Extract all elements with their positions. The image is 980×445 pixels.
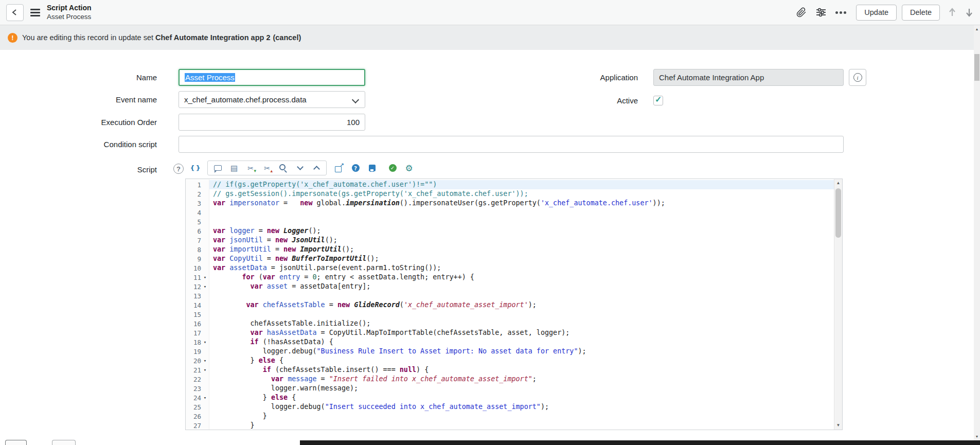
code-line[interactable]: } else { <box>209 356 834 365</box>
format-code-icon <box>189 163 201 173</box>
code-line[interactable]: logger.debug("Insert succeeded into x_ch… <box>209 402 834 412</box>
update-set-banner: You are editing this record in update se… <box>0 25 980 50</box>
personalize-form-icon[interactable] <box>816 8 826 17</box>
cancel-link[interactable]: (cancel) <box>273 33 301 42</box>
format-code-button[interactable] <box>187 162 203 174</box>
condition-script-label: Condition script <box>0 136 157 153</box>
code-line[interactable]: var hasAssetData = CopyUtil.MapToImportT… <box>209 328 834 337</box>
application-field-readonly: Chef Automate Integration App <box>653 69 844 86</box>
find-previous-button[interactable] <box>308 162 325 174</box>
toggle-comments-button[interactable] <box>209 162 226 174</box>
previous-record-icon[interactable] <box>948 7 957 17</box>
fold-toggle-icon[interactable]: ▾ <box>201 356 209 365</box>
script-label: Script <box>0 161 157 178</box>
fold-toggle-icon[interactable]: ▾ <box>201 365 209 375</box>
code-line[interactable]: } else { <box>209 393 834 402</box>
selected-text: Asset Process <box>185 73 235 82</box>
page-scroll-up-icon[interactable]: ▲ <box>974 26 980 32</box>
code-line[interactable]: var asset = assetData[entry]; <box>209 282 834 291</box>
page-scrollbar-thumb[interactable] <box>974 54 979 81</box>
code-line[interactable]: // if(gs.getProperty('x_chef_automate.ch… <box>209 180 834 189</box>
code-line[interactable]: } <box>209 421 834 430</box>
line-number: 17 <box>193 329 201 337</box>
code-line[interactable]: var CopyUtil = new BufferToImportUtil(); <box>209 254 834 263</box>
line-number-gutter: 1234567891011▾12▾131415161718▾1920▾21▾22… <box>186 179 209 430</box>
editor-scrollbar-thumb[interactable] <box>835 188 841 238</box>
bottom-dark-bar <box>300 440 980 445</box>
attachment-icon[interactable] <box>796 7 807 17</box>
search-button[interactable] <box>275 162 292 174</box>
editor-scroll-up-icon[interactable]: ▲ <box>834 180 842 187</box>
bottom-update-button[interactable] <box>5 440 27 445</box>
line-number: 6 <box>197 227 201 235</box>
bottom-delete-button[interactable] <box>52 440 76 445</box>
code-line[interactable]: var impersonator = new global.impersinat… <box>209 199 834 208</box>
page-scroll-down-icon[interactable]: ▼ <box>974 433 980 440</box>
documentation-button[interactable] <box>226 162 242 174</box>
code-line[interactable]: // gs.getSession().impersonate(gs.getPro… <box>209 189 834 199</box>
script-field-help-icon[interactable] <box>173 164 184 174</box>
update-button[interactable]: Update <box>856 5 897 21</box>
application-label: Application <box>481 69 638 86</box>
record-type-title: Script Action <box>47 3 92 12</box>
code-line[interactable]: var assetData = jsonUtil.parse(event.par… <box>209 263 834 273</box>
delete-button[interactable]: Delete <box>902 5 940 21</box>
code-line[interactable]: logger.debug("Business Rule Insert to As… <box>209 347 834 356</box>
code-line[interactable]: chefAssetsTable.initialize(); <box>209 319 834 328</box>
execution-order-input[interactable]: 100 <box>179 114 365 131</box>
active-checkbox[interactable] <box>653 96 663 105</box>
line-number: 27 <box>193 422 201 430</box>
line-number: 25 <box>193 403 201 411</box>
next-record-icon[interactable] <box>965 7 974 17</box>
more-options-icon[interactable] <box>835 11 846 14</box>
code-line[interactable]: var logger = new Logger(); <box>209 226 834 236</box>
script-toolbar <box>187 160 417 176</box>
event-name-label: Event name <box>0 91 157 108</box>
code-line[interactable] <box>209 208 834 217</box>
code-line[interactable]: var message = "Insert failed into x_chef… <box>209 375 834 384</box>
replace-all-button[interactable] <box>259 162 275 174</box>
editor-scroll-down-icon[interactable]: ▼ <box>834 422 842 429</box>
code-area[interactable]: // if(gs.getProperty('x_chef_automate.ch… <box>209 179 834 430</box>
open-in-window-button[interactable] <box>331 162 347 174</box>
condition-script-input[interactable] <box>179 136 844 153</box>
line-number: 1 <box>197 181 201 189</box>
line-number: 22 <box>193 376 201 383</box>
event-name-value: x_chef_automate.chef.process.data <box>184 95 307 104</box>
form-header: Script Action Asset Process Update Delet… <box>0 0 980 25</box>
fold-toggle-icon[interactable]: ▾ <box>201 337 209 347</box>
code-line[interactable]: var jsonUtil = new JsonUtil(); <box>209 236 834 245</box>
form-context-menu-icon[interactable] <box>30 9 40 16</box>
fold-toggle-icon[interactable]: ▾ <box>201 273 209 282</box>
code-line[interactable]: } <box>209 412 834 421</box>
line-number: 14 <box>193 301 201 309</box>
replace-button[interactable] <box>242 162 259 174</box>
code-line[interactable] <box>209 217 834 226</box>
code-line[interactable]: var importUtil = new ImportUtil(); <box>209 245 834 254</box>
line-number: 11 <box>193 274 201 281</box>
name-input[interactable]: Asset Process <box>179 69 365 86</box>
editor-help-button[interactable] <box>347 162 364 174</box>
code-line[interactable]: var chefAssetsTable = new GlideRecord('x… <box>209 300 834 310</box>
code-line[interactable]: for (var entry = 0; entry < assetData.le… <box>209 273 834 282</box>
editor-settings-button[interactable] <box>401 162 417 174</box>
application-info-button[interactable] <box>849 69 866 86</box>
fold-toggle-icon[interactable]: ▾ <box>201 393 209 402</box>
application-value: Chef Automate Integration App <box>659 73 764 82</box>
record-name-subtitle: Asset Process <box>47 12 92 22</box>
back-button[interactable] <box>6 4 24 21</box>
line-number: 18 <box>193 339 201 346</box>
code-line[interactable]: if (chefAssetsTable.insert() === null) { <box>209 365 834 375</box>
find-previous-icon <box>311 163 322 173</box>
fold-toggle-icon[interactable]: ▾ <box>201 282 209 291</box>
line-number: 10 <box>193 264 201 272</box>
save-button[interactable] <box>364 162 380 174</box>
syntax-check-button[interactable] <box>384 162 401 174</box>
find-next-button[interactable] <box>292 162 308 174</box>
event-name-select[interactable]: x_chef_automate.chef.process.data <box>179 91 365 108</box>
code-line[interactable] <box>209 291 834 300</box>
editor-settings-icon <box>403 163 415 173</box>
code-line[interactable]: if (!hasAssetData) { <box>209 337 834 347</box>
code-line[interactable]: logger.warn(message); <box>209 384 834 393</box>
code-line[interactable] <box>209 310 834 319</box>
